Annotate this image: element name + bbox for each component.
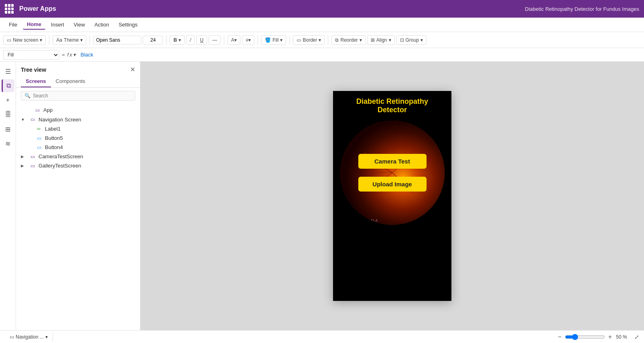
sidebar-menu-icon[interactable]: ☰ [2, 65, 14, 78]
search-icon: 🔍 [24, 93, 30, 99]
zoom-percentage: 50 % [615, 334, 628, 340]
formula-bar: Fill = fx ▾ Black [0, 48, 644, 62]
equals-sign: = [62, 52, 65, 58]
app-title-text: Diabetic Retinopathy Detector [341, 97, 443, 114]
tree-close-button[interactable]: ✕ [130, 66, 135, 73]
new-screen-button[interactable]: ▭ New screen ▾ [3, 35, 46, 45]
separator-5 [258, 35, 258, 45]
chevron-down-icon: ▾ [40, 37, 42, 43]
chevron-down-icon-4: ▾ [280, 37, 282, 43]
reorder-icon: ⧉ [335, 37, 339, 43]
screen-icon: ▭ [7, 37, 11, 43]
main-area: ☰ ⧉ + 🗄 ⊞ ≋ Tree view ✕ Screens Componen… [0, 62, 644, 330]
zoom-out-button[interactable]: − [558, 333, 561, 341]
project-name: Diabetic Retinopathy Detector for Fundus… [525, 6, 639, 12]
toolbar: ▭ New screen ▾ Aa Theme ▾ B▾ / U — A▾ ≡▾… [0, 32, 644, 48]
chevron-down-icon-2: ▾ [80, 37, 83, 43]
align-button[interactable]: ≡▾ [242, 35, 254, 45]
separator-6 [289, 35, 290, 45]
button-icon-4: ▭ [37, 145, 43, 150]
underline-button[interactable]: U [196, 35, 207, 45]
sidebar-data-icon[interactable]: 🗄 [2, 108, 14, 121]
waffle-icon[interactable] [5, 4, 14, 14]
chevron-down-icon-7: ▾ [389, 37, 391, 43]
label-icon: ✏ [37, 126, 43, 132]
tree-item-button4[interactable]: ▭ Button4 [16, 143, 140, 152]
chevron-collapsed-icon-gallery: ▶ [21, 163, 26, 168]
bottom-bar: ▭ Navigation ... ▾ − + 50 % ⤢ [0, 330, 644, 343]
tree-panel: Tree view ✕ Screens Components 🔍 ▭ App ▼… [16, 62, 140, 330]
fx-indicator: fx ▾ [67, 52, 76, 58]
tree-items: ▭ App ▼ ▭ Navigation Screen ··· ✏ Label1 [16, 104, 140, 330]
upload-image-button[interactable]: Upload Image [358, 177, 427, 192]
fill-icon: 🪣 [265, 37, 271, 43]
menu-settings[interactable]: Settings [115, 20, 142, 29]
app-title: Power Apps [19, 5, 56, 12]
app-title-bar: Diabetic Retinopathy Detector [333, 91, 451, 119]
app-timestamp: 2017-5-3 12:52:41.4 [345, 218, 378, 222]
sidebar-layers-icon[interactable]: ⧉ [2, 79, 14, 92]
tree-item-label1[interactable]: ✏ Label1 [16, 124, 140, 133]
tree-item-app[interactable]: ▭ App [16, 105, 140, 115]
reorder-button[interactable]: ⧉ Reorder ▾ [331, 35, 365, 45]
button-icon-5: ▭ [37, 135, 43, 141]
top-bar: Power Apps Diabetic Retinopathy Detector… [0, 0, 644, 18]
app-buttons-container: Camera Test Upload Image [340, 121, 445, 225]
app-icon: ▭ [35, 107, 42, 113]
chevron-collapsed-icon-camera: ▶ [21, 154, 26, 159]
tree-item-gallery-screen[interactable]: ▶ ▭ GalleryTestScreen [16, 161, 140, 170]
zoom-slider[interactable] [565, 334, 605, 340]
italic-button[interactable]: / [186, 35, 195, 45]
tab-components[interactable]: Components [51, 76, 90, 87]
formula-value: Black [78, 50, 641, 59]
separator-7 [328, 35, 328, 45]
fullscreen-button[interactable]: ⤢ [634, 334, 639, 340]
app-preview: Diabetic Retinopathy Detector [333, 91, 451, 301]
tree-item-navigation-screen[interactable]: ▼ ▭ Navigation Screen ··· [16, 115, 140, 124]
tree-item-camera-screen[interactable]: ▶ ▭ CameraTestScreen [16, 152, 140, 161]
theme-button[interactable]: Aa Theme ▾ [53, 35, 86, 45]
menu-home[interactable]: Home [23, 20, 45, 30]
chevron-expanded-icon: ▼ [21, 117, 26, 122]
chevron-down-icon-bottom: ▾ [45, 334, 48, 340]
sidebar-components-icon[interactable]: ⊞ [2, 123, 14, 135]
tree-header: Tree view ✕ [16, 62, 140, 76]
bold-button[interactable]: B▾ [170, 35, 185, 45]
chevron-down-icon-5: ▾ [319, 37, 321, 43]
font-color-button[interactable]: A▾ [228, 35, 240, 45]
zoom-in-button[interactable]: + [608, 333, 612, 341]
menu-view[interactable]: View [70, 20, 89, 29]
search-box: 🔍 [21, 91, 135, 101]
theme-icon: Aa [56, 37, 62, 43]
menu-action[interactable]: Action [91, 20, 113, 29]
fill-button[interactable]: 🪣 Fill ▾ [261, 35, 286, 45]
group-button[interactable]: ⊡ Group ▾ [396, 35, 427, 45]
sidebar-add-icon[interactable]: + [2, 94, 14, 107]
group-icon: ⊡ [400, 37, 404, 43]
font-selector[interactable] [93, 36, 141, 44]
property-selector[interactable]: Fill [3, 50, 59, 60]
tree-title: Tree view [21, 67, 46, 73]
border-button[interactable]: ▭ Border ▾ [293, 35, 325, 45]
tree-item-button5[interactable]: ▭ Button5 [16, 133, 140, 143]
menu-file[interactable]: File [5, 20, 21, 29]
sidebar-variables-icon[interactable]: ≋ [2, 137, 14, 150]
separator-1 [49, 35, 49, 45]
chevron-down-icon-3: ▾ [179, 37, 181, 43]
tab-screens[interactable]: Screens [21, 76, 51, 87]
bottom-tab-navigation[interactable]: ▭ Navigation ... ▾ [5, 333, 53, 341]
search-input[interactable] [33, 93, 132, 99]
menu-insert[interactable]: Insert [47, 20, 68, 29]
font-size-input[interactable] [143, 36, 163, 44]
screen-icon-camera: ▭ [30, 154, 37, 159]
chevron-down-icon-6: ▾ [360, 37, 362, 43]
chevron-down-icon-8: ▾ [421, 37, 423, 43]
eye-fundus-image: Camera Test Upload Image 2017-5-3 12:52:… [340, 121, 445, 225]
tree-tabs: Screens Components [16, 76, 140, 88]
align-icon: ⊞ [371, 37, 375, 43]
align-items-button[interactable]: ⊞ Align ▾ [367, 35, 395, 45]
strikethrough-button[interactable]: — [209, 35, 221, 45]
border-icon: ▭ [297, 37, 301, 43]
separator-3 [166, 35, 167, 45]
camera-test-button[interactable]: Camera Test [358, 154, 427, 169]
